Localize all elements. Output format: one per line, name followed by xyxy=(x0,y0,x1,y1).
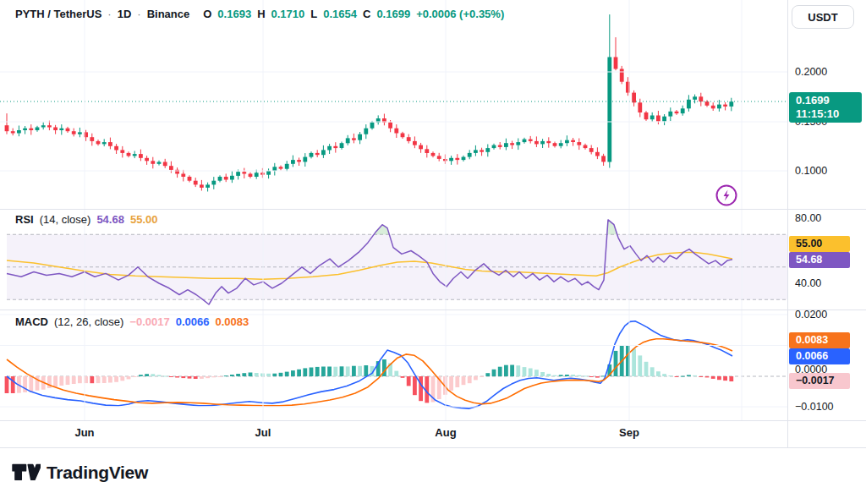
rsi-axis-label-80: 80.00 xyxy=(795,212,821,224)
macd-line-value: 0.0066 xyxy=(176,315,210,328)
macd-axis-label-002: 0.0200 xyxy=(795,309,827,320)
rsi-title[interactable]: RSI xyxy=(15,213,34,226)
macd-hist-badge: −0.0017 xyxy=(789,373,850,389)
separator-dot: · xyxy=(107,8,111,20)
lightning-bolt-icon xyxy=(715,184,738,207)
macd-params: (12, 26, close) xyxy=(54,315,123,328)
rsi-ma-value: 55.00 xyxy=(130,213,158,226)
ohlc-low-value: 0.1654 xyxy=(323,8,357,20)
macd-signal-value: 0.0083 xyxy=(216,315,249,328)
tradingview-chart-widget: PYTH / TetherUS · 1D · Binance O 0.1693 … xyxy=(0,0,866,504)
price-axis-label-01000: 0.1000 xyxy=(795,165,827,177)
symbol-title[interactable]: PYTH / TetherUS xyxy=(15,8,101,20)
symbol-legend[interactable]: PYTH / TetherUS · 1D · Binance O 0.1693 … xyxy=(15,8,504,20)
currency-usdt-button[interactable]: USDT xyxy=(792,5,854,29)
current-price-badge: 0.1699 11:15:10 xyxy=(789,92,862,123)
rsi-value: 54.68 xyxy=(96,213,124,226)
month-label-jun: Jun xyxy=(74,426,94,439)
separator-dot: · xyxy=(137,8,140,20)
ohlc-high-label: H xyxy=(257,8,265,20)
tradingview-logo[interactable]: TradingView xyxy=(12,462,148,484)
current-price-value: 0.1699 xyxy=(796,94,862,107)
ohlc-low-label: L xyxy=(310,8,317,20)
rsi-value-badge: 54.68 xyxy=(789,252,850,268)
macd-hist-value: −0.0017 xyxy=(129,315,169,328)
tradingview-logo-text: TradingView xyxy=(47,463,148,483)
interval-label[interactable]: 1D xyxy=(118,8,132,20)
ohlc-open-label: O xyxy=(203,8,211,20)
rsi-params: (14, close) xyxy=(40,213,91,226)
tradingview-mark-icon xyxy=(12,462,41,484)
macd-legend[interactable]: MACD (12, 26, close) −0.0017 0.0066 0.00… xyxy=(15,315,249,328)
month-label-jul: Jul xyxy=(255,426,271,439)
currency-usdt-label: USDT xyxy=(808,11,837,24)
month-label-aug: Aug xyxy=(435,426,456,439)
macd-line-badge: 0.0066 xyxy=(789,348,850,364)
rsi-legend[interactable]: RSI (14, close) 54.68 55.00 xyxy=(15,213,157,226)
macd-axis-label-minus001: −0.0100 xyxy=(795,401,834,413)
macd-signal-badge: 0.0083 xyxy=(789,332,850,348)
bar-countdown: 11:15:10 xyxy=(796,107,862,121)
rsi-ma-badge: 55.00 xyxy=(789,236,850,252)
ohlc-open-value: 0.1693 xyxy=(217,8,251,20)
quick-trade-button[interactable] xyxy=(715,184,738,207)
price-axis-label-02000: 0.2000 xyxy=(795,66,827,78)
month-label-sep: Sep xyxy=(619,426,639,439)
ohlc-close-value: 0.1699 xyxy=(376,8,410,20)
rsi-axis-label-40: 40.00 xyxy=(795,277,821,289)
macd-title[interactable]: MACD xyxy=(15,315,48,328)
ohlc-close-label: C xyxy=(363,8,370,20)
time-axis[interactable] xyxy=(0,420,866,448)
change-value: +0.0006 (+0.35%) xyxy=(416,8,504,20)
exchange-label[interactable]: Binance xyxy=(147,8,190,20)
ohlc-high-value: 0.1710 xyxy=(271,8,305,20)
